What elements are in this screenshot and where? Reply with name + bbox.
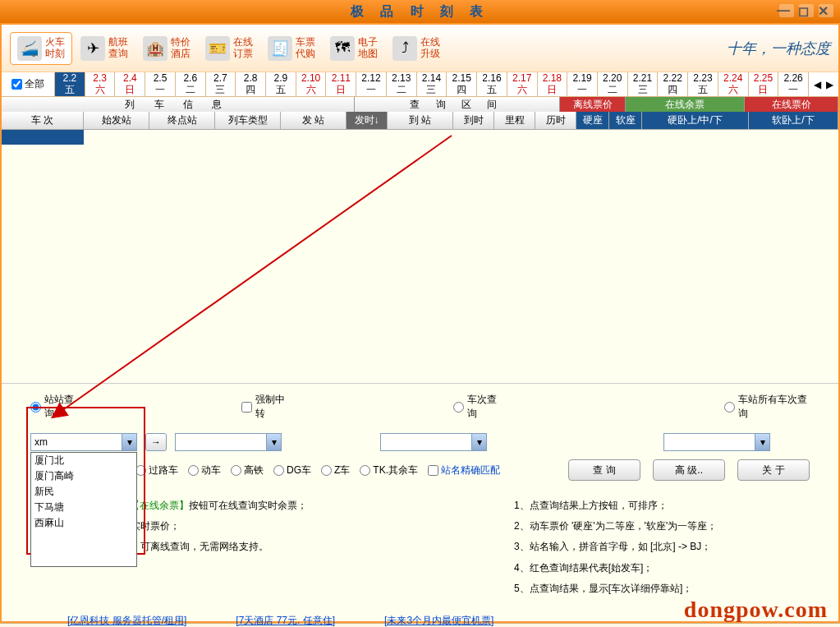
toolbar-btn-5[interactable]: 🗺电子地图 [324,33,384,64]
date-cell[interactable]: 2.14三 [417,72,448,96]
group-offline-price[interactable]: 离线票价 [560,97,626,112]
dropdown-item[interactable]: 厦门北 [31,453,136,468]
date-cell[interactable]: 2.10六 [296,72,327,96]
single-station-input[interactable] [664,434,755,450]
column-header[interactable]: 软卧上/下 [749,112,838,129]
toolbar-icon: ✈ [80,36,105,61]
minimize-button[interactable]: — [779,4,794,17]
dropdown-item[interactable]: 下马塘 [31,500,136,515]
radio-emu[interactable]: 动车 [188,463,221,477]
date-cell[interactable]: 2.9五 [266,72,296,96]
selected-cell[interactable] [2,130,84,145]
result-table[interactable] [2,130,838,383]
advanced-button[interactable]: 高 级.. [653,459,725,481]
column-header[interactable]: 硬座 [576,112,609,129]
date-cell[interactable]: 2.8四 [236,72,266,96]
dropdown-item[interactable]: 厦门高崎 [31,468,136,484]
toolbar-btn-4[interactable]: 🧾车票代购 [261,33,322,64]
link-hotel[interactable]: [7天酒店 77元. 任意住] [236,614,335,627]
toolbar-btn-2[interactable]: 🏨特价酒店 [136,33,197,64]
date-cell[interactable]: 2.6二 [176,72,206,96]
date-cell[interactable]: 2.12一 [356,72,387,96]
radio-dg[interactable]: DG车 [273,463,311,477]
radio-hsr[interactable]: 高铁 [231,463,264,477]
group-online-price[interactable]: 在线票价 [745,97,838,112]
all-dates-checkbox[interactable] [11,79,22,90]
date-cell[interactable]: 2.11日 [326,72,356,96]
to-station-combo[interactable]: ▾ [175,433,282,451]
maximize-button[interactable]: ◻ [799,4,814,17]
group-train-info: 列 车 信 息 [2,97,355,112]
date-cell[interactable]: 2.13二 [387,72,417,96]
toolbar-btn-6[interactable]: ⤴在线升级 [386,33,447,64]
radio-station-query[interactable]: 站站查询 [30,393,80,421]
column-header[interactable]: 车 次 [2,112,84,129]
column-header[interactable]: 历时 [535,112,576,129]
column-header[interactable]: 到时 [453,112,494,129]
link-hosting[interactable]: [亿恩科技 服务器托管/租用] [67,614,186,627]
date-cell[interactable]: 2.3六 [85,72,116,96]
column-header[interactable]: 里程 [494,112,535,129]
date-cell[interactable]: 2.15四 [447,72,477,96]
station-dropdown[interactable]: 厦门北厦门高崎新民下马塘西麻山 [30,452,137,567]
date-cell[interactable]: 2.23五 [688,72,718,96]
date-cell[interactable]: 2.4日 [115,72,145,96]
column-header[interactable]: 软座 [609,112,642,129]
single-station-combo[interactable]: ▾ [663,433,770,451]
date-next-button[interactable]: ▶ [824,79,835,90]
radio-z[interactable]: Z车 [321,463,350,477]
date-cell[interactable]: 2.17六 [507,72,538,96]
radio-train-query[interactable]: 车次查询 [453,393,503,421]
column-header[interactable]: 发 站 [281,112,347,129]
window-controls: — ◻ ✕ [779,4,833,17]
radio-station-all-trains[interactable]: 车站所有车次查询 [724,393,810,421]
from-station-input[interactable] [31,434,122,450]
column-header[interactable]: 列车类型 [215,112,281,129]
column-header[interactable]: 到 站 [388,112,453,129]
date-cell[interactable]: 2.22四 [658,72,688,96]
dropdown-icon[interactable]: ▾ [755,434,769,450]
date-cell[interactable]: 2.20二 [598,72,628,96]
column-header[interactable]: 发时↓ [347,112,388,129]
toolbar-btn-0[interactable]: 🚄火车时刻 [10,32,72,65]
date-prev-button[interactable]: ◀ [812,79,823,90]
dropdown-icon[interactable]: ▾ [122,434,136,450]
search-button[interactable]: 查 询 [568,459,640,481]
from-station-combo[interactable]: ▾ 厦门北厦门高崎新民下马塘西麻山 [30,433,137,451]
to-station-input[interactable] [176,434,266,450]
radio-pass[interactable]: 过路车 [135,463,178,477]
column-header[interactable]: 始发站 [84,112,149,129]
dropdown-item[interactable]: 新民 [31,484,136,500]
train-number-combo[interactable]: ▾ [380,433,487,451]
table-row[interactable] [2,130,838,145]
toolbar-icon: 🎫 [205,36,230,61]
date-cell[interactable]: 2.25日 [749,72,779,96]
dropdown-item[interactable]: 西麻山 [31,515,136,531]
dropdown-icon[interactable]: ▾ [471,434,486,450]
column-header[interactable]: 硬卧上/中/下 [642,112,749,129]
close-button[interactable]: ✕ [819,4,833,17]
date-cell[interactable]: 2.7三 [206,72,236,96]
date-cell[interactable]: 2.21三 [628,72,659,96]
column-header[interactable]: 终点站 [149,112,215,129]
about-button[interactable]: 关 于 [737,459,810,481]
swap-button[interactable]: → [145,433,167,451]
check-force-transfer[interactable]: 强制中转 [241,393,291,421]
train-number-input[interactable] [381,434,471,450]
toolbar-icon: ⤴ [392,36,417,61]
date-cell[interactable]: 2.18日 [538,72,568,96]
toolbar-btn-1[interactable]: ✈航班查询 [74,33,135,64]
date-cell[interactable]: 2.24六 [718,72,749,96]
date-cell[interactable]: 2.19一 [567,72,598,96]
toolbar-btn-3[interactable]: 🎫在线订票 [199,33,259,64]
link-flight[interactable]: [未来3个月内最便宜机票] [384,614,493,627]
group-online-remain[interactable]: 在线余票 [626,97,745,112]
date-cell[interactable]: 2.2五 [55,72,85,96]
date-cell[interactable]: 2.26一 [778,72,809,96]
all-dates-check[interactable]: 全部 [2,72,55,96]
date-cell[interactable]: 2.5一 [145,72,176,96]
check-exact-match[interactable]: 站名精确匹配 [428,463,500,477]
radio-tk[interactable]: TK.其余车 [360,463,418,477]
date-cell[interactable]: 2.16五 [477,72,507,96]
dropdown-icon[interactable]: ▾ [266,434,281,450]
